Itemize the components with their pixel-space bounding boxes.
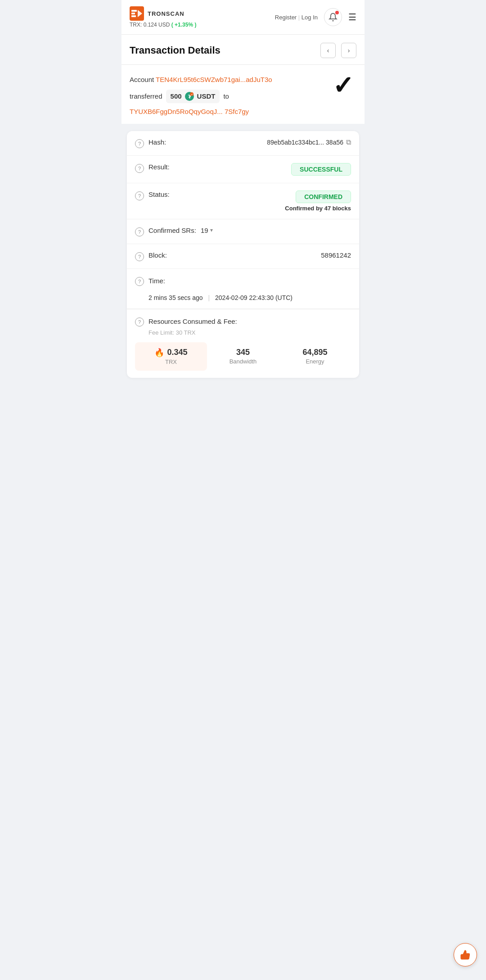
sr-number: 19 xyxy=(201,227,208,234)
time-values: 2 mins 35 secs ago | 2024-02-09 22:43:30… xyxy=(135,294,292,301)
trx-change-value: ( +1.35% ) xyxy=(171,22,197,28)
block-help-icon[interactable]: ? xyxy=(135,252,144,261)
hash-label: Hash: xyxy=(148,138,189,146)
srs-help-icon[interactable]: ? xyxy=(135,227,144,236)
account-address[interactable]: TEN4KrL95t6cSWZwb71gai...adJuT3o xyxy=(156,76,272,83)
hash-help-icon[interactable]: ? xyxy=(135,139,144,148)
fee-header: ? Resources Consumed & Fee: xyxy=(135,317,351,327)
time-ago: 2 mins 35 secs ago xyxy=(148,294,203,301)
status-label: Status: xyxy=(148,191,189,198)
fee-limit: Fee Limit: 30 TRX xyxy=(148,329,351,336)
copy-hash-button[interactable]: ⧉ xyxy=(346,138,351,146)
confirmed-sub: Confirmed by 47 blocks xyxy=(285,205,351,212)
svg-rect-3 xyxy=(131,15,136,17)
time-separator: | xyxy=(208,294,210,301)
energy-unit: Energy xyxy=(306,358,324,365)
register-link[interactable]: Register xyxy=(275,14,297,21)
transfer-amount: 500 xyxy=(171,92,182,100)
login-link[interactable]: Log In xyxy=(302,14,318,21)
block-label: Block: xyxy=(148,251,189,259)
trx-amount: 0.345 xyxy=(167,348,187,357)
result-value: SUCCESSFUL xyxy=(194,163,351,176)
srs-value[interactable]: 19 ▾ xyxy=(201,227,351,234)
tronscan-logo-icon xyxy=(130,6,144,21)
destination-address[interactable]: TYUXB6FggDn5RoQqyGoqJ... 7Sfc7gy xyxy=(130,108,356,116)
fee-label: Resources Consumed & Fee: xyxy=(148,318,237,325)
time-utc: 2024-02-09 22:43:30 (UTC) xyxy=(215,294,292,301)
account-line: Account TEN4KrL95t6cSWZwb71gai...adJuT3o xyxy=(130,75,356,85)
confirmed-srs-row: ? Confirmed SRs: 19 ▾ xyxy=(127,219,359,244)
checkmark-icon: ✓ xyxy=(333,73,354,98)
status-value: CONFIRMED Confirmed by 47 blocks xyxy=(194,191,351,212)
menu-button[interactable]: ☰ xyxy=(348,12,356,23)
hash-text: 89eb5ab1c334bc1... 38a56 xyxy=(267,139,343,146)
time-header: ? Time: xyxy=(135,276,351,286)
transfer-summary: Account TEN4KrL95t6cSWZwb71gai...adJuT3o… xyxy=(122,65,364,124)
logo-area: TRONSCAN TRX: 0.124 USD ( +1.35% ) xyxy=(130,6,196,28)
fee-grid: 🔥 0.345 TRX 345 Bandwidth 64,895 Energy xyxy=(135,342,351,371)
bandwidth-cell: 345 Bandwidth xyxy=(207,342,279,371)
page-title: Transaction Details xyxy=(130,45,315,56)
result-label: Result: xyxy=(148,163,189,171)
confirmed-blocks-num: 47 xyxy=(324,205,333,212)
auth-links: Register | Log In xyxy=(275,14,318,21)
transfer-line: transferred 500 ₮ ✓ USDT to xyxy=(130,90,356,103)
time-help-icon[interactable]: ? xyxy=(135,277,144,286)
trx-fee-number: 🔥 0.345 xyxy=(154,348,187,358)
transferred-label: transferred xyxy=(130,92,162,100)
hash-value: 89eb5ab1c334bc1... 38a56 ⧉ xyxy=(194,138,351,146)
svg-text:✓: ✓ xyxy=(190,93,193,95)
notification-dot xyxy=(335,11,339,14)
fee-section: ? Resources Consumed & Fee: Fee Limit: 3… xyxy=(127,309,359,378)
svg-rect-2 xyxy=(131,13,135,14)
amount-badge: 500 ₮ ✓ USDT xyxy=(166,90,220,103)
trx-unit: TRX xyxy=(165,358,177,365)
result-row: ? Result: SUCCESSFUL xyxy=(127,156,359,183)
energy-number: 64,895 xyxy=(302,348,327,357)
block-value[interactable]: 58961242 xyxy=(194,251,351,259)
confirmed-badge: CONFIRMED xyxy=(296,191,351,203)
result-help-icon[interactable]: ? xyxy=(135,164,144,173)
header-right: Register | Log In ☰ xyxy=(275,8,356,26)
bandwidth-unit: Bandwidth xyxy=(230,358,257,365)
time-row: ? Time: 2 mins 35 secs ago | 2024-02-09 … xyxy=(127,269,359,309)
account-prefix: Account xyxy=(130,76,154,83)
status-help-icon[interactable]: ? xyxy=(135,191,144,200)
prev-nav-button[interactable]: ‹ xyxy=(320,43,336,58)
to-label: to xyxy=(223,92,229,100)
confirmed-by-text: Confirmed by xyxy=(285,205,323,212)
logo-text: TRONSCAN xyxy=(148,10,184,17)
block-row: ? Block: 58961242 xyxy=(127,244,359,269)
bandwidth-number: 345 xyxy=(236,348,250,357)
usdt-icon: ₮ ✓ xyxy=(184,91,194,101)
transfer-token: USDT xyxy=(197,92,216,100)
sr-chevron-icon: ▾ xyxy=(210,227,213,233)
page-title-bar: Transaction Details ‹ › xyxy=(122,35,364,65)
trx-price-value: TRX: 0.124 USD xyxy=(130,22,170,28)
result-badge: SUCCESSFUL xyxy=(291,163,351,176)
fire-icon: 🔥 xyxy=(154,348,164,358)
fee-help-icon[interactable]: ? xyxy=(135,318,144,327)
auth-separator: | xyxy=(298,14,300,21)
notification-button[interactable] xyxy=(324,8,342,26)
hash-row: ? Hash: 89eb5ab1c334bc1... 38a56 ⧉ xyxy=(127,131,359,156)
energy-cell: 64,895 Energy xyxy=(279,342,351,371)
trx-fee-cell: 🔥 0.345 TRX xyxy=(135,342,207,371)
confirmed-suffix-text: blocks xyxy=(333,205,351,212)
status-row: ? Status: CONFIRMED Confirmed by 47 bloc… xyxy=(127,183,359,219)
time-label: Time: xyxy=(148,277,189,285)
next-nav-button[interactable]: › xyxy=(341,43,356,58)
svg-rect-1 xyxy=(131,10,137,12)
trx-price: TRX: 0.124 USD ( +1.35% ) xyxy=(130,22,196,28)
header: TRONSCAN TRX: 0.124 USD ( +1.35% ) Regis… xyxy=(122,0,364,35)
srs-label: Confirmed SRs: xyxy=(148,227,196,234)
details-card: ? Hash: 89eb5ab1c334bc1... 38a56 ⧉ ? Res… xyxy=(127,131,359,378)
